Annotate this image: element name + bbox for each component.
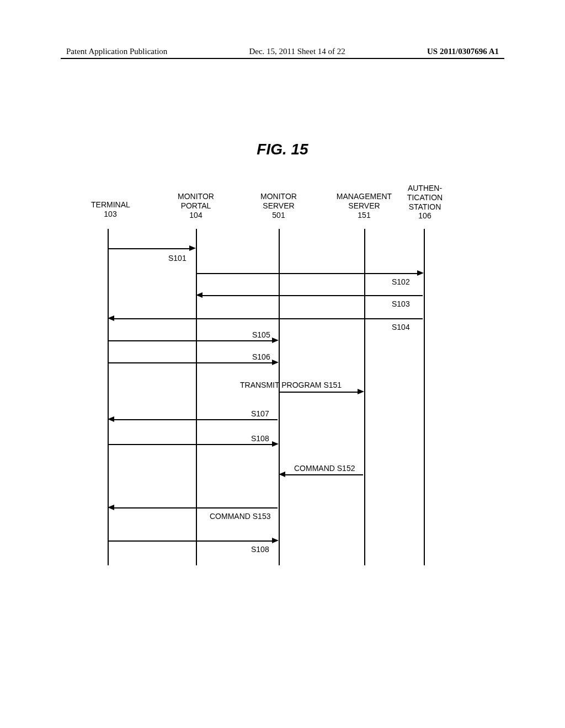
arrowhead-s151 <box>358 389 364 394</box>
arrowhead-s105 <box>272 338 279 343</box>
arrowhead-s107 <box>108 416 114 422</box>
actor-terminal: TERMINAL 103 <box>91 200 130 219</box>
lifeline-monitor-server <box>279 229 280 565</box>
label-s107: S107 <box>251 409 269 418</box>
label-s104: S104 <box>392 323 410 331</box>
label-s153: COMMAND S153 <box>210 512 270 521</box>
arrowhead-s108-1 <box>272 441 279 447</box>
header-divider <box>61 58 504 59</box>
arrow-s106 <box>109 362 273 363</box>
arrow-s105 <box>109 340 273 341</box>
header-date-sheet: Dec. 15, 2011 Sheet 14 of 22 <box>249 47 345 56</box>
arrowhead-s153 <box>108 505 114 510</box>
arrowhead-s108-2 <box>272 538 279 543</box>
arrowhead-s106 <box>272 360 279 365</box>
arrow-s103 <box>202 295 423 296</box>
arrowhead-s103 <box>196 292 202 298</box>
arrowhead-s101 <box>189 245 196 251</box>
arrowhead-s102 <box>417 270 424 276</box>
label-s108-2: S108 <box>251 545 269 554</box>
arrow-s152 <box>285 474 363 475</box>
arrow-s151 <box>280 392 359 393</box>
label-s152: COMMAND S152 <box>294 464 355 473</box>
lifeline-authentication <box>424 229 425 565</box>
actor-authentication: AUTHEN- TICATION STATION 106 <box>403 184 447 221</box>
label-s103: S103 <box>392 299 410 308</box>
label-s151: TRANSMIT PROGRAM S151 <box>240 381 342 389</box>
actor-management-server: MANAGEMENT SERVER 151 <box>334 192 395 220</box>
arrowhead-s152 <box>279 472 285 477</box>
header-publication: Patent Application Publication <box>66 47 167 56</box>
label-s108-1: S108 <box>251 434 269 443</box>
arrow-s108-2 <box>109 540 273 542</box>
lifeline-terminal <box>108 229 109 565</box>
arrow-s108-1 <box>109 444 273 445</box>
label-s101: S101 <box>168 254 186 263</box>
actor-monitor-portal: MONITOR PORTAL 104 <box>174 192 218 220</box>
arrow-s104 <box>114 318 423 319</box>
header-patent-number: US 2011/0307696 A1 <box>427 47 499 56</box>
arrow-s102 <box>197 273 418 274</box>
arrow-s107 <box>114 419 278 420</box>
label-s102: S102 <box>392 277 410 286</box>
lifeline-monitor-portal <box>196 229 197 565</box>
label-s105: S105 <box>252 330 270 339</box>
arrowhead-s104 <box>108 315 114 321</box>
sequence-diagram: TERMINAL 103 MONITOR PORTAL 104 MONITOR … <box>86 196 483 571</box>
actor-monitor-server: MONITOR SERVER 501 <box>257 192 301 220</box>
lifeline-management-server <box>364 229 365 565</box>
arrow-s153 <box>114 507 278 508</box>
label-s106: S106 <box>252 352 270 361</box>
figure-title: FIG. 15 <box>0 141 565 158</box>
arrow-s101 <box>109 248 190 249</box>
